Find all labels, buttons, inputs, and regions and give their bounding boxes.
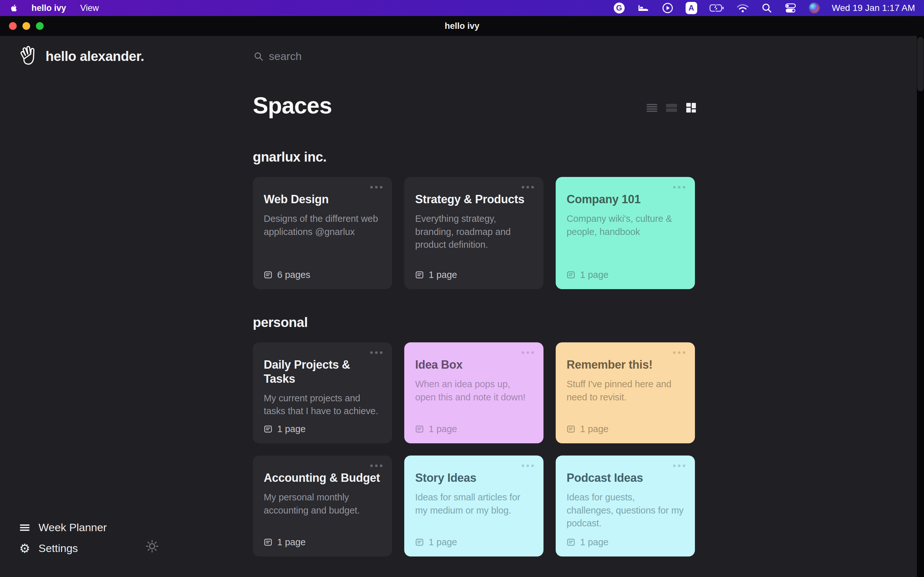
card-title: Remember this! bbox=[567, 358, 684, 372]
card-pages: 1 page bbox=[415, 424, 457, 434]
space-card-strategy-products[interactable]: Strategy & Products Everything strategy,… bbox=[404, 177, 543, 289]
rows-view-icon[interactable] bbox=[666, 102, 678, 113]
app-menu-title[interactable]: hello ivy bbox=[31, 3, 66, 13]
card-description: Ideas for guests, challenges, questions … bbox=[567, 491, 684, 530]
card-pages: 1 page bbox=[264, 537, 306, 548]
card-menu-button[interactable] bbox=[522, 464, 534, 467]
card-title: Podcast Ideas bbox=[567, 471, 684, 485]
sidebar-item-settings[interactable]: ⚙ Settings bbox=[19, 542, 107, 554]
page-icon bbox=[415, 425, 424, 434]
section-gnarlux: gnarlux inc. Web Design Designs of the d… bbox=[253, 149, 697, 289]
search-icon bbox=[254, 51, 264, 61]
section-label: personal bbox=[253, 315, 697, 330]
macos-menu-bar: hello ivy View G A Wed 19 Jan 1:17 AM bbox=[0, 0, 924, 16]
play-circle-icon[interactable] bbox=[662, 2, 674, 14]
space-card-company-101[interactable]: Company 101 Company wiki's, culture & pe… bbox=[556, 177, 695, 289]
card-pages: 1 page bbox=[415, 269, 457, 280]
card-title: Idea Box bbox=[415, 358, 533, 372]
page-icon bbox=[264, 425, 272, 434]
menu-bar-clock[interactable]: Wed 19 Jan 1:17 AM bbox=[832, 3, 915, 13]
card-description: Company wiki's, culture & people, handbo… bbox=[567, 212, 684, 238]
zoom-window-button[interactable] bbox=[36, 22, 44, 30]
card-title: Daily Projects & Tasks bbox=[264, 358, 381, 386]
app-window: hello alexander. Spaces gnarlux in bbox=[0, 36, 924, 577]
card-description: My personal monthly accounting and budge… bbox=[264, 491, 381, 517]
window-title-bar: hello ivy bbox=[0, 16, 924, 36]
greeting-text: hello alexander. bbox=[45, 49, 144, 64]
card-description: Everything strategy, branding, roadmap a… bbox=[415, 212, 533, 251]
card-pages: 1 page bbox=[567, 424, 609, 434]
list-view-icon[interactable] bbox=[646, 102, 658, 113]
space-card-daily-projects[interactable]: Daily Projects & Tasks My current projec… bbox=[253, 342, 392, 443]
space-card-story-ideas[interactable]: Story Ideas Ideas for small articles for… bbox=[404, 456, 543, 556]
nav-item-label: Settings bbox=[39, 542, 78, 554]
siri-icon[interactable] bbox=[809, 3, 820, 13]
wifi-icon[interactable] bbox=[736, 3, 749, 13]
section-personal: personal Daily Projects & Tasks My curre… bbox=[253, 315, 697, 556]
card-description: My current projects and tasks that I hav… bbox=[264, 392, 381, 418]
nav-item-label: Week Planner bbox=[39, 521, 107, 534]
card-menu-button[interactable] bbox=[673, 186, 685, 189]
scrollbar-track[interactable] bbox=[917, 36, 924, 577]
sun-icon bbox=[145, 539, 159, 553]
page-icon bbox=[264, 538, 272, 546]
card-title: Strategy & Products bbox=[415, 192, 533, 206]
waving-hand-logo-icon bbox=[17, 44, 39, 69]
window-title: hello ivy bbox=[445, 21, 479, 31]
gear-icon: ⚙ bbox=[19, 543, 30, 554]
page-icon bbox=[264, 271, 272, 279]
card-menu-button[interactable] bbox=[370, 464, 383, 467]
page-icon bbox=[567, 538, 575, 546]
card-description: Designs of the different web application… bbox=[264, 212, 381, 238]
minimize-window-button[interactable] bbox=[23, 22, 30, 30]
input-letter-a-icon[interactable]: A bbox=[686, 2, 697, 14]
battery-charging-icon[interactable] bbox=[709, 3, 724, 13]
card-menu-button[interactable] bbox=[522, 351, 534, 354]
card-menu-button[interactable] bbox=[370, 186, 383, 189]
card-pages: 1 page bbox=[567, 537, 609, 548]
card-menu-button[interactable] bbox=[673, 464, 685, 467]
card-title: Story Ideas bbox=[415, 471, 533, 485]
page-icon bbox=[567, 271, 575, 279]
search-bar[interactable] bbox=[254, 50, 449, 63]
card-title: Accounting & Budget bbox=[264, 471, 381, 485]
page-icon bbox=[567, 425, 575, 434]
scrollbar-thumb[interactable] bbox=[917, 37, 924, 91]
theme-toggle-button[interactable] bbox=[145, 539, 159, 553]
apple-menu-icon[interactable] bbox=[9, 3, 17, 13]
grid-view-icon[interactable] bbox=[685, 102, 697, 113]
search-input[interactable] bbox=[269, 50, 449, 63]
grammarly-icon[interactable]: G bbox=[614, 3, 625, 13]
space-card-web-design[interactable]: Web Design Designs of the different web … bbox=[253, 177, 392, 289]
card-description: When an idea pops up, open this and note… bbox=[415, 378, 533, 404]
card-description: Stuff I've pinned here and need to revis… bbox=[567, 378, 684, 404]
card-description: Ideas for small articles for my medium o… bbox=[415, 491, 533, 517]
card-pages: 1 page bbox=[264, 424, 306, 434]
card-title: Web Design bbox=[264, 192, 381, 206]
bed-icon[interactable] bbox=[637, 3, 650, 13]
card-pages: 1 page bbox=[567, 269, 609, 280]
week-planner-icon bbox=[19, 522, 30, 533]
page-icon bbox=[415, 271, 424, 279]
page-title: Spaces bbox=[253, 92, 332, 119]
space-card-remember-this[interactable]: Remember this! Stuff I've pinned here an… bbox=[556, 342, 695, 443]
space-card-podcast-ideas[interactable]: Podcast Ideas Ideas for guests, challeng… bbox=[556, 456, 695, 556]
sidebar-bottom-nav: Week Planner ⚙ Settings bbox=[19, 521, 107, 554]
control-center-icon[interactable] bbox=[784, 3, 796, 13]
page-icon bbox=[415, 538, 424, 546]
space-card-accounting-budget[interactable]: Accounting & Budget My personal monthly … bbox=[253, 456, 392, 556]
sidebar-item-week-planner[interactable]: Week Planner bbox=[19, 521, 107, 534]
menu-view[interactable]: View bbox=[80, 3, 99, 13]
card-menu-button[interactable] bbox=[673, 351, 685, 354]
spotlight-search-icon[interactable] bbox=[761, 3, 772, 13]
close-window-button[interactable] bbox=[9, 22, 17, 30]
view-toggles bbox=[646, 102, 697, 113]
card-menu-button[interactable] bbox=[370, 351, 383, 354]
card-pages: 1 page bbox=[415, 537, 457, 548]
traffic-lights bbox=[9, 22, 44, 30]
card-menu-button[interactable] bbox=[522, 186, 534, 189]
app-brand: hello alexander. bbox=[19, 45, 144, 68]
section-label: gnarlux inc. bbox=[253, 149, 697, 165]
space-card-idea-box[interactable]: Idea Box When an idea pops up, open this… bbox=[404, 342, 543, 443]
card-pages: 6 pages bbox=[264, 269, 310, 280]
